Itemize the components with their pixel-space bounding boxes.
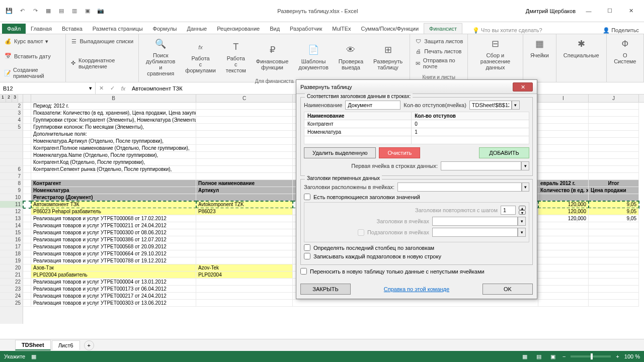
outline-level-2[interactable]: 2 bbox=[6, 95, 12, 102]
table-row[interactable]: Номенклатура1 bbox=[304, 128, 529, 136]
refedit-collapse-icon: ▾ bbox=[518, 228, 526, 237]
tab-sum-search[interactable]: Сумма/Поиск/Функции bbox=[356, 24, 424, 34]
ribbon-currency[interactable]: 💰Курс валют ▾ bbox=[4, 36, 61, 46]
tab-home[interactable]: Главная bbox=[26, 24, 57, 34]
refedit-collapse-icon[interactable]: ▾ bbox=[522, 183, 529, 192]
view-layout-icon[interactable]: ▤ bbox=[534, 352, 543, 361]
grid-row[interactable]: 25 Реализация товаров и услуг УТРЕТ00030… bbox=[0, 300, 644, 307]
ribbon-expand-table[interactable]: ⊞Развернуть таблицу bbox=[370, 36, 406, 77]
cancel-icon[interactable]: ✕ bbox=[96, 85, 107, 92]
first-cell-refedit[interactable] bbox=[441, 161, 521, 170]
tab-data[interactable]: Данные bbox=[182, 24, 212, 34]
duplicates-icon: 🔍 bbox=[153, 37, 168, 51]
redo-icon[interactable]: ↷ bbox=[30, 6, 40, 16]
ribbon-dropdown-lists[interactable]: ☰Выпадающие списки bbox=[70, 36, 135, 46]
col-header[interactable]: J bbox=[589, 95, 639, 102]
ribbon-protect[interactable]: 🛡Защита листов bbox=[414, 36, 463, 46]
tab-file[interactable]: Файл bbox=[2, 24, 26, 34]
accept-icon[interactable]: ✓ bbox=[107, 85, 118, 92]
tab-developer[interactable]: Разработчик bbox=[285, 24, 327, 34]
collate-icon: ⊟ bbox=[488, 37, 502, 51]
col-header[interactable]: I bbox=[538, 95, 589, 102]
tab-review[interactable]: Рецензирование bbox=[212, 24, 265, 34]
ribbon-templates[interactable]: 📄Шаблоны документов bbox=[295, 36, 331, 77]
outline-level-1[interactable]: 1 bbox=[0, 95, 6, 102]
undo-icon[interactable]: ↶ bbox=[17, 6, 27, 16]
dialog-close-button[interactable]: ✕ bbox=[513, 82, 533, 92]
qat-icon[interactable]: ▥ bbox=[69, 6, 79, 16]
zoom-value[interactable]: 100 % bbox=[624, 353, 640, 359]
table-row[interactable]: Контрагент0 bbox=[304, 120, 529, 128]
clear-button[interactable]: Очистить bbox=[379, 147, 420, 158]
text-icon: T bbox=[229, 40, 243, 54]
save-icon[interactable]: 💾 bbox=[4, 6, 14, 16]
qat-icon[interactable]: ▣ bbox=[83, 6, 93, 16]
tell-me-input[interactable]: 💡 Что вы хотите сделать? bbox=[472, 27, 598, 34]
close-button[interactable]: ЗАКРЫТЬ bbox=[300, 284, 351, 295]
ribbon: 💰Курс валют ▾ 📅Вставить дату 📝Создание п… bbox=[0, 34, 644, 82]
tab-page-layout[interactable]: Разметка страницы bbox=[88, 24, 148, 34]
list-icon: ☰ bbox=[70, 37, 78, 45]
qat-icon[interactable]: ▦ bbox=[43, 6, 53, 16]
logo-icon: Ф bbox=[618, 37, 632, 51]
sheet-tab[interactable]: Лист6 bbox=[52, 340, 80, 350]
ok-button[interactable]: OK bbox=[482, 284, 533, 295]
col-header[interactable]: C bbox=[196, 95, 293, 102]
dialog-titlebar[interactable]: Развернуть таблицу ✕ bbox=[296, 80, 537, 94]
ribbon-special[interactable]: ✱Специальные bbox=[560, 36, 602, 59]
delete-selected-button[interactable]: Удалить выделенную bbox=[304, 147, 376, 158]
ribbon-check[interactable]: 👁Проверка выезда bbox=[336, 36, 366, 77]
camera-icon[interactable]: 📷 bbox=[96, 6, 106, 16]
zoom-slider[interactable] bbox=[571, 355, 611, 357]
help-link[interactable]: Справка по этой команде bbox=[384, 286, 449, 292]
ribbon-financial[interactable]: ₽Финансовые функции bbox=[253, 36, 291, 77]
view-normal-icon[interactable]: ▦ bbox=[520, 352, 529, 361]
name-input[interactable] bbox=[345, 101, 400, 110]
fx-icon[interactable]: fx bbox=[118, 85, 129, 92]
refedit-collapse-icon[interactable]: ▾ bbox=[512, 101, 520, 110]
ribbon-print[interactable]: 🖨Печать листов bbox=[414, 46, 463, 56]
step-input[interactable] bbox=[501, 206, 516, 215]
ribbon-insert-date[interactable]: 📅Вставить дату bbox=[4, 51, 61, 61]
offset-refedit[interactable] bbox=[469, 101, 512, 110]
sheet-tab-active[interactable]: TDSheet bbox=[15, 340, 51, 350]
tab-multex[interactable]: MulTEx bbox=[327, 24, 356, 34]
nonempty-checkbox[interactable] bbox=[300, 268, 307, 275]
subheader-row-checkbox[interactable] bbox=[304, 253, 310, 259]
add-sheet-button[interactable]: + bbox=[84, 340, 94, 350]
repeat-headers-checkbox[interactable] bbox=[304, 194, 310, 200]
name-box[interactable]: B12▾ bbox=[0, 82, 96, 94]
share-button[interactable]: 👤 Поделитьс bbox=[598, 27, 644, 34]
ribbon-text[interactable]: TРабота с текстом bbox=[223, 36, 249, 77]
qat-icon[interactable]: ▤ bbox=[56, 6, 66, 16]
ribbon-notes[interactable]: 📝Создание примечаний bbox=[4, 66, 61, 80]
ribbon-about[interactable]: ФО Системе bbox=[611, 36, 639, 65]
headers-refedit[interactable] bbox=[397, 183, 522, 192]
col-header[interactable]: B bbox=[31, 95, 196, 102]
close-icon[interactable]: ✕ bbox=[623, 6, 639, 17]
spin-up-icon[interactable]: ▲ bbox=[519, 206, 526, 210]
last-col-checkbox[interactable] bbox=[304, 244, 310, 251]
ribbon-formulas[interactable]: fxРабота с формулами bbox=[182, 36, 218, 77]
ribbon-mail[interactable]: ✉Отправка по почте bbox=[414, 56, 463, 70]
ribbon-cells[interactable]: ▦Ячейки bbox=[527, 36, 552, 59]
macro-icon[interactable]: ▦ bbox=[29, 352, 38, 361]
ribbon-dup-search[interactable]: 🔍Поиск дубликатов и сравнения bbox=[143, 36, 178, 77]
tab-insert[interactable]: Вставка bbox=[57, 24, 88, 34]
mapping-table[interactable]: НаименованиеКол-во отступов Контрагент0 … bbox=[304, 112, 529, 144]
col-header[interactable] bbox=[23, 95, 31, 102]
zoom-out-icon[interactable]: − bbox=[562, 353, 566, 359]
spin-down-icon[interactable]: ▼ bbox=[519, 210, 526, 215]
refedit-collapse-icon[interactable]: ▾ bbox=[521, 161, 529, 170]
tab-formulas[interactable]: Формулы bbox=[148, 24, 182, 34]
outline-level-3[interactable]: 3 bbox=[12, 95, 18, 102]
add-button[interactable]: ДОБАВИТЬ bbox=[479, 147, 529, 158]
tab-finansist[interactable]: Финансист bbox=[424, 23, 462, 34]
tab-view[interactable]: Вид bbox=[265, 24, 285, 34]
minimize-icon[interactable]: — bbox=[581, 6, 597, 17]
zoom-in-icon[interactable]: + bbox=[616, 353, 619, 359]
maximize-icon[interactable]: ☐ bbox=[602, 6, 618, 17]
view-break-icon[interactable]: ▣ bbox=[548, 352, 557, 361]
ribbon-collect[interactable]: ⊟Сбор и разнесение данных bbox=[472, 36, 519, 71]
ribbon-coord-select[interactable]: ✜Координатное выделение bbox=[70, 56, 135, 70]
